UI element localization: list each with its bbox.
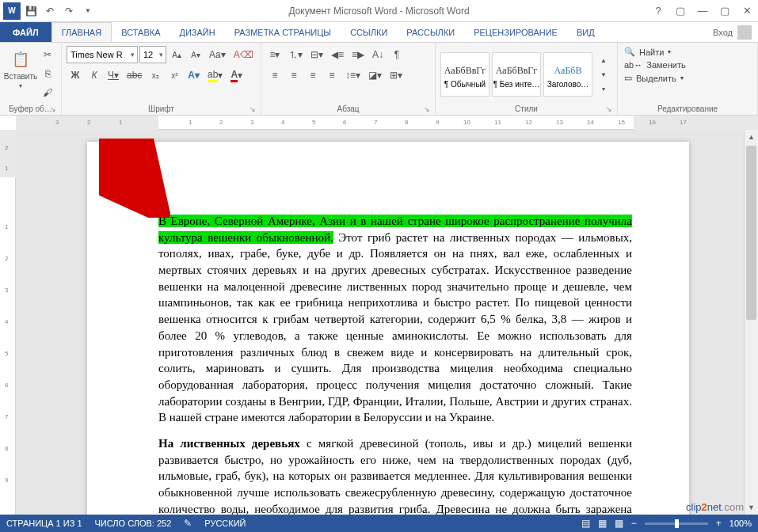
select-icon: ▭ bbox=[624, 73, 632, 83]
paragraph-group-label: Абзац bbox=[337, 104, 359, 113]
tab-home[interactable]: ГЛАВНАЯ bbox=[51, 22, 112, 42]
styles-row-up-icon[interactable]: ▲ bbox=[595, 53, 612, 67]
redo-icon[interactable]: ↷ bbox=[60, 2, 78, 20]
increase-indent-icon[interactable]: ≡▶ bbox=[349, 46, 368, 63]
zoom-in-icon[interactable]: + bbox=[716, 518, 722, 529]
zoom-slider[interactable] bbox=[645, 522, 708, 525]
tab-layout[interactable]: РАЗМЕТКА СТРАНИЦЫ bbox=[225, 22, 341, 42]
copy-icon[interactable]: ⎘ bbox=[39, 65, 56, 82]
font-group-label: Шрифт bbox=[148, 104, 174, 113]
strike-icon[interactable]: abc bbox=[124, 66, 145, 84]
underline-button[interactable]: Ч▾ bbox=[105, 66, 122, 84]
editing-group-label: Редактирование bbox=[657, 104, 718, 113]
italic-button[interactable]: К bbox=[86, 66, 103, 84]
scrollbar-thumb[interactable] bbox=[746, 146, 756, 320]
align-right-icon[interactable]: ≡ bbox=[304, 66, 322, 84]
highlight-icon[interactable]: ab▾ bbox=[204, 66, 226, 84]
avatar[interactable] bbox=[737, 25, 752, 40]
tab-insert[interactable]: ВСТАВКА bbox=[112, 22, 170, 42]
bullets-icon[interactable]: ≡▾ bbox=[266, 46, 284, 63]
undo-icon[interactable]: ↶ bbox=[41, 2, 59, 20]
tab-mailings[interactable]: РАССЫЛКИ bbox=[397, 22, 464, 42]
font-launcher-icon[interactable]: ↘ bbox=[249, 105, 256, 113]
find-icon: 🔍 bbox=[624, 47, 635, 57]
paragraph-launcher-icon[interactable]: ↘ bbox=[424, 105, 430, 113]
paste-button[interactable]: 📋 Вставить ▾ bbox=[5, 46, 36, 92]
status-wordcount[interactable]: ЧИСЛО СЛОВ: 252 bbox=[95, 519, 172, 528]
vertical-scrollbar[interactable]: ▲ ▼ bbox=[744, 130, 758, 515]
superscript-icon[interactable]: x² bbox=[166, 66, 183, 84]
close-icon[interactable]: ✕ bbox=[736, 0, 758, 22]
paragraph-1[interactable]: В Европе, Северной Америке, Азии и в наш… bbox=[158, 213, 632, 426]
scroll-down-icon[interactable]: ▼ bbox=[745, 500, 758, 515]
cut-icon[interactable]: ✂ bbox=[39, 46, 56, 63]
style-normal[interactable]: АаБбВвГг ¶ Обычный bbox=[440, 52, 489, 97]
clipboard-group-label: Буфер об… bbox=[9, 104, 52, 113]
align-center-icon[interactable]: ≡ bbox=[285, 66, 303, 84]
clipboard-launcher-icon[interactable]: ↘ bbox=[50, 105, 56, 113]
font-name-select[interactable]: Times New R bbox=[67, 46, 138, 63]
find-button[interactable]: 🔍Найти▾ bbox=[623, 46, 688, 58]
styles-more-icon[interactable]: ▾ bbox=[595, 82, 612, 96]
clear-format-icon[interactable]: A⌫ bbox=[230, 46, 257, 63]
proofing-icon[interactable]: ✎ bbox=[184, 518, 192, 529]
paragraph-2[interactable]: На лиственных деревьях с мягкой древесин… bbox=[158, 435, 632, 515]
style-heading1[interactable]: АаБбВ Заголово… bbox=[543, 52, 592, 97]
line-spacing-icon[interactable]: ↕≡▾ bbox=[342, 66, 364, 84]
font-size-select[interactable]: 12 bbox=[139, 46, 166, 63]
format-painter-icon[interactable]: 🖌 bbox=[39, 84, 56, 101]
save-icon[interactable]: 💾 bbox=[22, 2, 40, 20]
view-print-icon[interactable]: ▦ bbox=[598, 518, 607, 529]
tab-file[interactable]: ФАЙЛ bbox=[0, 22, 51, 42]
show-marks-icon[interactable]: ¶ bbox=[388, 46, 406, 63]
styles-group-label: Стили bbox=[515, 104, 538, 113]
horizontal-ruler[interactable]: 3 2 1 1 2 3 4 5 6 7 8 9 10 11 12 13 14 1… bbox=[16, 116, 758, 130]
view-read-icon[interactable]: ▤ bbox=[581, 518, 590, 529]
sign-in-link[interactable]: Вход bbox=[713, 28, 733, 37]
document-page[interactable]: В Европе, Северной Америке, Азии и в наш… bbox=[87, 142, 689, 515]
vertical-ruler[interactable]: 2 1 1 2 3 4 5 6 7 8 9 bbox=[0, 130, 16, 515]
shading-icon[interactable]: ◪▾ bbox=[365, 66, 385, 84]
replace-icon: ab↔ bbox=[624, 60, 642, 70]
view-web-icon[interactable]: ▩ bbox=[615, 518, 623, 529]
status-page[interactable]: СТРАНИЦА 1 ИЗ 1 bbox=[6, 519, 82, 528]
replace-button[interactable]: ab↔Заменить bbox=[623, 59, 688, 70]
minimize-icon[interactable]: ― bbox=[691, 0, 714, 22]
bold-button[interactable]: Ж bbox=[67, 66, 84, 84]
tab-review[interactable]: РЕЦЕНЗИРОВАНИЕ bbox=[464, 22, 567, 42]
zoom-out-icon[interactable]: − bbox=[631, 518, 637, 529]
tab-view[interactable]: ВИД bbox=[567, 22, 604, 42]
grow-font-icon[interactable]: A▴ bbox=[168, 46, 185, 63]
ribbon-options-icon[interactable]: ▢ bbox=[669, 0, 691, 22]
borders-icon[interactable]: ⊞▾ bbox=[387, 66, 406, 84]
qat-customize-icon[interactable]: ▼ bbox=[79, 2, 97, 20]
watermark: clip2net.com bbox=[686, 501, 744, 513]
text-effects-icon[interactable]: A▾ bbox=[185, 66, 203, 84]
styles-row-down-icon[interactable]: ▼ bbox=[595, 67, 612, 82]
sort-icon[interactable]: A↓ bbox=[369, 46, 387, 63]
paste-icon: 📋 bbox=[10, 48, 32, 70]
subscript-icon[interactable]: x₂ bbox=[147, 66, 164, 84]
decrease-indent-icon[interactable]: ◀≡ bbox=[328, 46, 347, 63]
numbering-icon[interactable]: ⒈▾ bbox=[285, 46, 306, 63]
change-case-icon[interactable]: Aa▾ bbox=[206, 46, 229, 63]
zoom-level[interactable]: 100% bbox=[729, 519, 752, 528]
tab-design[interactable]: ДИЗАЙН bbox=[170, 22, 224, 42]
justify-icon[interactable]: ≡ bbox=[323, 66, 341, 84]
font-color-icon[interactable]: A▾ bbox=[227, 66, 246, 84]
select-button[interactable]: ▭Выделить▾ bbox=[623, 72, 688, 84]
align-left-icon[interactable]: ≡ bbox=[266, 66, 284, 84]
style-nospacing[interactable]: АаБбВвГг ¶ Без инте… bbox=[492, 52, 541, 97]
app-icon: W bbox=[3, 2, 21, 20]
shrink-font-icon[interactable]: A▾ bbox=[187, 46, 204, 63]
maximize-icon[interactable]: ▢ bbox=[714, 0, 736, 22]
scroll-up-icon[interactable]: ▲ bbox=[745, 130, 758, 144]
tab-references[interactable]: ССЫЛКИ bbox=[341, 22, 397, 42]
status-language[interactable]: РУССКИЙ bbox=[204, 519, 246, 528]
styles-launcher-icon[interactable]: ↘ bbox=[606, 105, 612, 113]
window-title: Документ Microsoft Word - Microsoft Word bbox=[288, 6, 469, 17]
help-icon[interactable]: ? bbox=[647, 0, 669, 22]
multilevel-icon[interactable]: ⊟▾ bbox=[307, 46, 326, 63]
